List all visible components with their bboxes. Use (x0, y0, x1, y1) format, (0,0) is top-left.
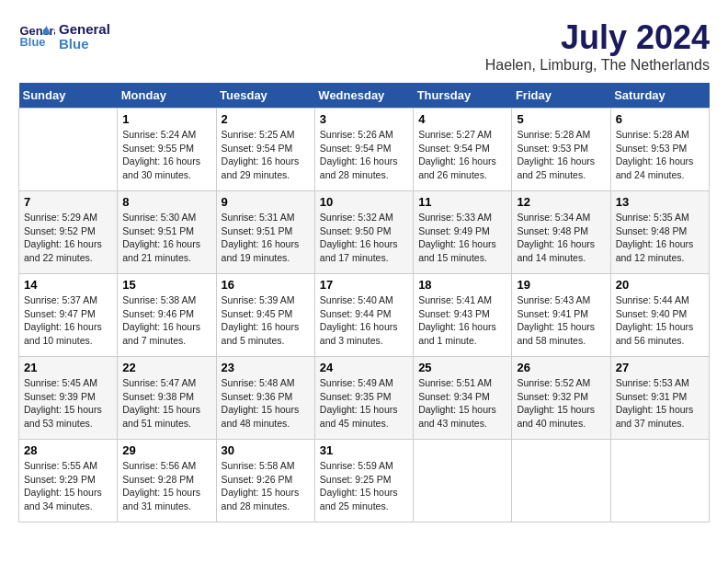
month-year-title: July 2024 (485, 18, 710, 57)
calendar-cell (512, 440, 610, 523)
calendar-cell: 5Sunrise: 5:28 AM Sunset: 9:53 PM Daylig… (512, 109, 610, 191)
calendar-cell: 11Sunrise: 5:33 AM Sunset: 9:49 PM Dayli… (414, 191, 512, 274)
day-number: 24 (320, 361, 408, 374)
day-number: 17 (320, 278, 408, 292)
calendar-cell: 16Sunrise: 5:39 AM Sunset: 9:45 PM Dayli… (216, 274, 314, 357)
page-header: General Blue General Blue July 2024 Hael… (18, 18, 710, 74)
day-info: Sunrise: 5:53 AM Sunset: 9:31 PM Dayligh… (616, 376, 704, 431)
day-number: 8 (122, 195, 210, 209)
day-number: 4 (418, 112, 506, 126)
day-number: 22 (122, 361, 210, 374)
day-number: 29 (122, 443, 210, 457)
day-info: Sunrise: 5:55 AM Sunset: 9:29 PM Dayligh… (24, 459, 112, 513)
day-number: 7 (24, 195, 112, 209)
day-info: Sunrise: 5:28 AM Sunset: 9:53 PM Dayligh… (616, 128, 704, 182)
calendar-cell: 23Sunrise: 5:48 AM Sunset: 9:36 PM Dayli… (216, 357, 314, 440)
day-number: 9 (222, 195, 310, 209)
calendar-cell: 12Sunrise: 5:34 AM Sunset: 9:48 PM Dayli… (512, 191, 610, 274)
day-number: 1 (122, 112, 210, 126)
calendar-cell: 1Sunrise: 5:24 AM Sunset: 9:55 PM Daylig… (118, 109, 216, 191)
location-subtitle: Haelen, Limburg, The Netherlands (485, 57, 710, 74)
day-info: Sunrise: 5:34 AM Sunset: 9:48 PM Dayligh… (517, 211, 605, 265)
calendar-cell: 29Sunrise: 5:56 AM Sunset: 9:28 PM Dayli… (118, 440, 216, 523)
day-info: Sunrise: 5:48 AM Sunset: 9:36 PM Dayligh… (222, 376, 310, 431)
day-number: 20 (616, 278, 704, 292)
day-info: Sunrise: 5:52 AM Sunset: 9:32 PM Dayligh… (517, 376, 605, 431)
calendar-cell: 28Sunrise: 5:55 AM Sunset: 9:29 PM Dayli… (19, 440, 118, 523)
day-info: Sunrise: 5:43 AM Sunset: 9:41 PM Dayligh… (517, 293, 605, 348)
day-info: Sunrise: 5:40 AM Sunset: 9:44 PM Dayligh… (320, 293, 408, 348)
calendar-cell: 9Sunrise: 5:31 AM Sunset: 9:51 PM Daylig… (216, 191, 314, 274)
day-info: Sunrise: 5:59 AM Sunset: 9:25 PM Dayligh… (320, 459, 408, 513)
day-info: Sunrise: 5:51 AM Sunset: 9:34 PM Dayligh… (418, 376, 506, 431)
calendar-cell: 24Sunrise: 5:49 AM Sunset: 9:35 PM Dayli… (314, 357, 413, 440)
day-info: Sunrise: 5:39 AM Sunset: 9:45 PM Dayligh… (222, 293, 310, 348)
day-info: Sunrise: 5:41 AM Sunset: 9:43 PM Dayligh… (418, 293, 506, 348)
day-info: Sunrise: 5:58 AM Sunset: 9:26 PM Dayligh… (222, 459, 310, 513)
calendar-cell: 10Sunrise: 5:32 AM Sunset: 9:50 PM Dayli… (314, 191, 413, 274)
day-number: 31 (320, 443, 408, 457)
logo-blue: Blue (59, 37, 110, 52)
calendar-cell: 13Sunrise: 5:35 AM Sunset: 9:48 PM Dayli… (610, 191, 709, 274)
day-info: Sunrise: 5:38 AM Sunset: 9:46 PM Dayligh… (122, 293, 210, 348)
calendar-header: SundayMondayTuesdayWednesdayThursdayFrid… (19, 83, 710, 109)
day-info: Sunrise: 5:29 AM Sunset: 9:52 PM Dayligh… (24, 211, 112, 265)
day-number: 6 (616, 112, 704, 126)
day-number: 26 (517, 361, 605, 374)
header-monday: Monday (118, 83, 216, 109)
day-info: Sunrise: 5:35 AM Sunset: 9:48 PM Dayligh… (616, 211, 704, 265)
day-info: Sunrise: 5:56 AM Sunset: 9:28 PM Dayligh… (122, 459, 210, 513)
day-info: Sunrise: 5:45 AM Sunset: 9:39 PM Dayligh… (24, 376, 112, 431)
day-number: 14 (24, 278, 112, 292)
day-info: Sunrise: 5:28 AM Sunset: 9:53 PM Dayligh… (517, 128, 605, 182)
header-thursday: Thursday (414, 83, 512, 109)
day-number: 28 (24, 443, 112, 457)
day-info: Sunrise: 5:33 AM Sunset: 9:49 PM Dayligh… (418, 211, 506, 265)
calendar-cell: 8Sunrise: 5:30 AM Sunset: 9:51 PM Daylig… (118, 191, 216, 274)
header-friday: Friday (512, 83, 610, 109)
day-number: 11 (418, 195, 506, 209)
day-info: Sunrise: 5:24 AM Sunset: 9:55 PM Dayligh… (122, 128, 210, 182)
calendar-cell: 14Sunrise: 5:37 AM Sunset: 9:47 PM Dayli… (19, 274, 118, 357)
calendar-cell: 21Sunrise: 5:45 AM Sunset: 9:39 PM Dayli… (19, 357, 118, 440)
svg-text:Blue: Blue (20, 35, 46, 49)
day-number: 12 (517, 195, 605, 209)
day-number: 27 (616, 361, 704, 374)
day-number: 18 (418, 278, 506, 292)
day-number: 10 (320, 195, 408, 209)
day-info: Sunrise: 5:32 AM Sunset: 9:50 PM Dayligh… (320, 211, 408, 265)
calendar-cell (610, 440, 709, 523)
day-info: Sunrise: 5:30 AM Sunset: 9:51 PM Dayligh… (122, 211, 210, 265)
day-number: 21 (24, 361, 112, 374)
day-number: 2 (222, 112, 310, 126)
calendar-cell: 17Sunrise: 5:40 AM Sunset: 9:44 PM Dayli… (314, 274, 413, 357)
day-number: 3 (320, 112, 408, 126)
title-block: July 2024 Haelen, Limburg, The Netherlan… (485, 18, 710, 74)
day-number: 13 (616, 195, 704, 209)
calendar-cell: 20Sunrise: 5:44 AM Sunset: 9:40 PM Dayli… (610, 274, 709, 357)
day-info: Sunrise: 5:49 AM Sunset: 9:35 PM Dayligh… (320, 376, 408, 431)
calendar-cell: 15Sunrise: 5:38 AM Sunset: 9:46 PM Dayli… (118, 274, 216, 357)
header-saturday: Saturday (610, 83, 709, 109)
header-tuesday: Tuesday (216, 83, 314, 109)
day-number: 15 (122, 278, 210, 292)
calendar-cell: 4Sunrise: 5:27 AM Sunset: 9:54 PM Daylig… (414, 109, 512, 191)
calendar-cell (414, 440, 512, 523)
calendar-cell (19, 109, 118, 191)
day-info: Sunrise: 5:31 AM Sunset: 9:51 PM Dayligh… (222, 211, 310, 265)
day-number: 23 (222, 361, 310, 374)
day-info: Sunrise: 5:26 AM Sunset: 9:54 PM Dayligh… (320, 128, 408, 182)
calendar-cell: 7Sunrise: 5:29 AM Sunset: 9:52 PM Daylig… (19, 191, 118, 274)
day-info: Sunrise: 5:44 AM Sunset: 9:40 PM Dayligh… (616, 293, 704, 348)
calendar-cell: 25Sunrise: 5:51 AM Sunset: 9:34 PM Dayli… (414, 357, 512, 440)
calendar-cell: 3Sunrise: 5:26 AM Sunset: 9:54 PM Daylig… (314, 109, 413, 191)
day-number: 16 (222, 278, 310, 292)
calendar-cell: 19Sunrise: 5:43 AM Sunset: 9:41 PM Dayli… (512, 274, 610, 357)
calendar-cell: 27Sunrise: 5:53 AM Sunset: 9:31 PM Dayli… (610, 357, 709, 440)
day-info: Sunrise: 5:47 AM Sunset: 9:38 PM Dayligh… (122, 376, 210, 431)
calendar-cell: 6Sunrise: 5:28 AM Sunset: 9:53 PM Daylig… (610, 109, 709, 191)
calendar-cell: 26Sunrise: 5:52 AM Sunset: 9:32 PM Dayli… (512, 357, 610, 440)
day-number: 19 (517, 278, 605, 292)
calendar-cell: 22Sunrise: 5:47 AM Sunset: 9:38 PM Dayli… (118, 357, 216, 440)
day-info: Sunrise: 5:37 AM Sunset: 9:47 PM Dayligh… (24, 293, 112, 348)
